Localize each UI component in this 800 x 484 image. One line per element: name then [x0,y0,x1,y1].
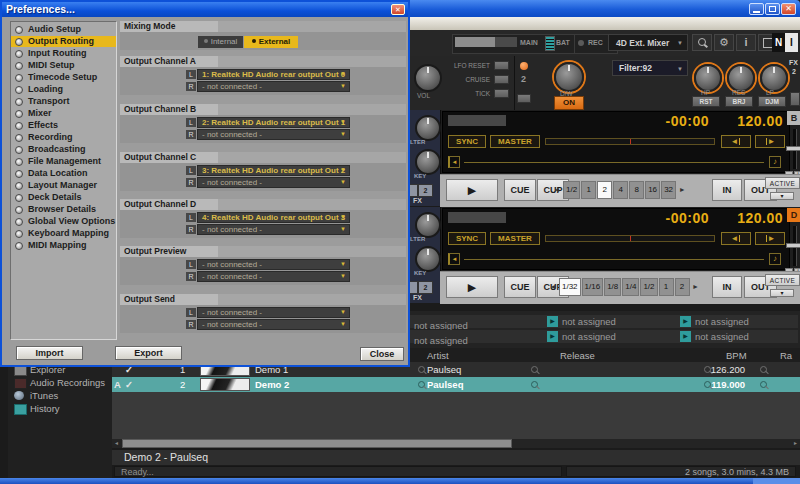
search-glyph[interactable] [418,366,425,373]
search-glyph[interactable] [531,381,538,388]
sidebar-item-keyboard-mapping[interactable]: Keyboard Mapping [11,228,116,239]
mixing-mode-internal-option[interactable]: Internal [198,36,243,48]
track-row-2-selected[interactable]: A ✓ 2 Demo 2 Paulseq 119.000 [112,377,800,392]
vol-knob[interactable] [414,64,442,92]
sidebar-item-midi-setup[interactable]: MIDI Setup [11,60,116,71]
sidebar-item-transport[interactable]: Transport [11,96,116,107]
maximize-button[interactable] [765,3,780,15]
beatjump-marker[interactable]: ♪ [769,253,781,265]
dialog-close-action-button[interactable]: Close [360,347,404,361]
loop-size-button[interactable]: 1/16 [582,278,604,296]
tempo-fader[interactable] [786,243,800,248]
sidebar-item-global-view-options[interactable]: Global View Options [11,216,116,227]
sidebar-item-audio-setup[interactable]: Audio Setup [11,24,116,35]
minimize-button[interactable] [749,3,764,15]
column-bpm[interactable]: BPM [726,350,747,361]
loop-size-button[interactable]: 1/4 [622,278,639,296]
sync-button[interactable]: SYNC [448,232,486,245]
loop-size-button[interactable]: 1/2 [640,278,657,296]
loop-active-caret[interactable]: ▾ [770,289,794,297]
sidebar-item-broadcasting[interactable]: Broadcasting [11,144,116,155]
output-select-r[interactable]: - not connected -▼ [197,81,350,92]
sidebar-item-mixer[interactable]: Mixer [11,108,116,119]
scroll-left-arrow[interactable]: ◄ [112,439,121,448]
output-select-l[interactable]: 4: Realtek HD Audio rear output Out 3▼ [197,212,350,223]
loop-size-button[interactable]: 16 [645,181,660,199]
cruise-button[interactable] [494,75,509,84]
tree-item-audio-recordings[interactable]: Audio Recordings [8,377,112,389]
fx-assign-1-button[interactable] [409,281,418,294]
close-window-button[interactable]: ✕ [781,3,796,15]
loop-in-marker[interactable]: ◄ [448,156,460,168]
fx-res-knob[interactable] [727,64,755,92]
dialog-close-button[interactable]: ✕ [391,4,405,15]
sidebar-item-layout-manager[interactable]: Layout Manager [11,180,116,191]
output-select-r[interactable]: - not connected -▼ [197,271,350,282]
fx-lp-knob[interactable] [760,64,788,92]
output-select-l[interactable]: 1: Realtek HD Audio rear output Out 0▼ [197,69,350,80]
column-artist[interactable]: Artist [427,350,449,361]
fx-snapshot-button[interactable] [517,94,531,103]
lfo-reset-button[interactable] [494,61,509,70]
play-button[interactable]: ▶ [446,276,498,298]
taskbar-tray[interactable] [753,478,800,484]
sidebar-item-loading[interactable]: Loading [11,84,116,95]
windows-taskbar[interactable] [0,478,800,484]
search-glyph[interactable] [531,366,538,373]
deck-d-letter[interactable]: D [787,208,800,222]
sidebar-item-deck-details[interactable]: Deck Details [11,192,116,203]
key-knob[interactable] [415,149,441,175]
loop-scroll-right[interactable]: ► [677,181,687,199]
sidebar-item-effects[interactable]: Effects [11,120,116,131]
deck-b-letter[interactable]: B [787,111,800,125]
search-button[interactable] [692,34,712,51]
sidebar-item-file-management[interactable]: File Management [11,156,116,167]
tree-item-history[interactable]: History [8,403,112,415]
loop-size-button[interactable]: 1 [659,278,674,296]
column-release[interactable]: Release [560,350,595,361]
filter-knob[interactable] [415,212,441,238]
master-button[interactable]: MASTER [490,232,540,245]
sidebar-item-data-location[interactable]: Data Location [11,168,116,179]
bend-minus-button[interactable]: ◄ [721,232,751,245]
deck-b-display[interactable]: -00:00 120.00 SYNC MASTER ◄ ► ◄ ♪ [442,111,790,173]
sidebar-item-recording[interactable]: Recording [11,132,116,143]
loop-size-button[interactable]: 1 [581,181,596,199]
sidebar-item-input-routing[interactable]: Input Routing [11,48,116,59]
fx-assign-1-button[interactable] [409,184,418,197]
favorite-slot[interactable]: not assigned [414,330,544,348]
fx-rst-button[interactable]: RST [692,96,720,107]
fx-effect-select[interactable]: Filter:92 ▼ [612,60,688,76]
output-select-r[interactable]: - not connected -▼ [197,224,350,235]
loop-size-button[interactable]: 4 [613,181,628,199]
loop-active-button[interactable]: ACTIVE [765,177,800,189]
dry-wet-knob[interactable] [554,62,584,92]
filter-knob[interactable] [415,115,441,141]
dialog-titlebar[interactable]: Preferences... [2,2,408,17]
track-stripe[interactable] [448,212,506,223]
export-button[interactable]: Export [115,346,182,360]
loop-size-button[interactable]: 8 [629,181,644,199]
loop-size-button[interactable]: 1/2 [563,181,580,199]
sidebar-item-browser-details[interactable]: Browser Details [11,204,116,215]
sidebar-item-timecode-setup[interactable]: Timecode Setup [11,72,116,83]
fx-on-button[interactable]: ON [554,96,584,110]
fx-djm-button[interactable]: DJM [758,96,786,107]
settings-button[interactable]: ⚙ [714,34,734,51]
beatjump-marker[interactable]: ♪ [769,156,781,168]
loop-active-caret[interactable]: ▾ [770,192,794,200]
fx-brj-button[interactable]: BRJ [725,96,753,107]
output-select-l[interactable]: - not connected -▼ [197,259,350,270]
fx-panel-button[interactable] [790,92,800,106]
loop-scroll-left[interactable]: ◄ [552,181,562,199]
column-rating[interactable]: Ra [780,350,792,361]
cue-button[interactable]: CUE [504,179,536,201]
loop-size-button[interactable]: 2 [675,278,690,296]
loop-size-button[interactable]: 1/8 [604,278,621,296]
tracklist-empty-area[interactable] [112,392,800,439]
search-glyph[interactable] [760,366,767,373]
tempo-fader[interactable] [786,146,800,151]
key-knob[interactable] [415,246,441,272]
output-select-r[interactable]: - not connected -▼ [197,319,350,330]
tempo-position-bar[interactable] [545,138,715,145]
